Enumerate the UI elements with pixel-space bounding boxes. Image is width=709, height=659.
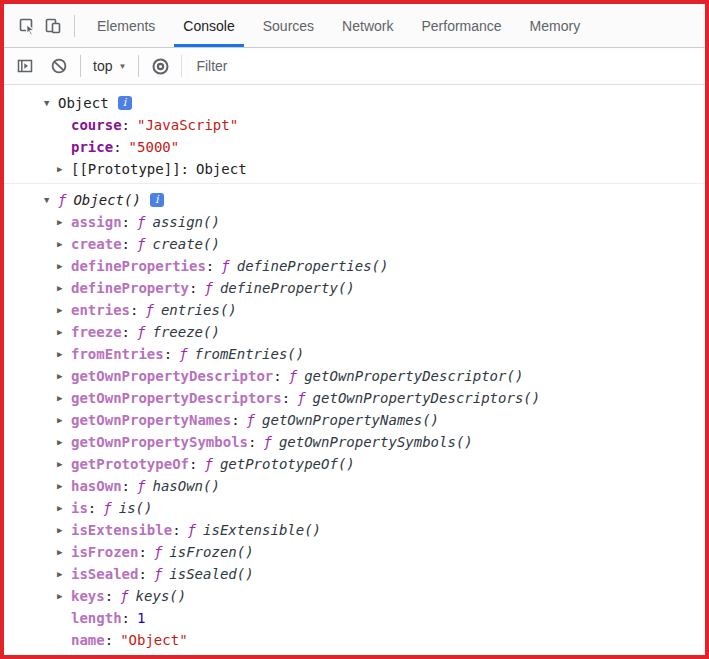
expand-expander-icon[interactable]: ▶ xyxy=(57,299,71,321)
property-row: ▶create:ƒcreate() xyxy=(44,233,705,255)
property-row: ▶freeze:ƒfreeze() xyxy=(44,321,705,343)
device-toolbar-icon[interactable] xyxy=(40,13,66,39)
function-symbol: ƒ xyxy=(263,434,271,450)
console-message: ▼Objecticourse:"JavaScript"price:"5000"▶… xyxy=(4,85,705,183)
tab-performance[interactable]: Performance xyxy=(407,4,515,47)
clear-console-icon[interactable] xyxy=(46,53,72,79)
colon-separator: : xyxy=(282,390,290,406)
property-row: ▶getOwnPropertyDescriptors:ƒgetOwnProper… xyxy=(44,387,705,409)
filter-input[interactable] xyxy=(190,53,705,79)
property-row: ▶hasOwn:ƒhasOwn() xyxy=(44,475,705,497)
collapse-expander-icon[interactable]: ▼ xyxy=(44,92,58,114)
colon-separator: : xyxy=(122,236,130,252)
function-symbol: ƒ xyxy=(289,368,297,384)
collapse-expander-icon[interactable]: ▼ xyxy=(44,189,58,211)
property-name: course xyxy=(71,117,122,133)
property-row: ▶getPrototypeOf:ƒgetPrototypeOf() xyxy=(44,453,705,475)
property-value: defineProperty() xyxy=(220,280,355,296)
expand-expander-icon[interactable]: ▶ xyxy=(57,541,71,563)
property-row: ▶entries:ƒentries() xyxy=(44,299,705,321)
expand-expander-icon[interactable]: ▶ xyxy=(57,585,71,607)
function-symbol: ƒ xyxy=(221,258,229,274)
property-value: fromEntries() xyxy=(195,346,305,362)
function-symbol: ƒ xyxy=(204,280,212,296)
property-name: create xyxy=(71,236,122,252)
property-value: "5000" xyxy=(129,139,180,155)
property-value: 1 xyxy=(137,610,145,626)
property-name: entries xyxy=(71,302,130,318)
function-symbol: ƒ xyxy=(297,390,305,406)
tab-network[interactable]: Network xyxy=(328,4,407,47)
property-row: ▶getOwnPropertyNames:ƒgetOwnPropertyName… xyxy=(44,409,705,431)
property-row: price:"5000" xyxy=(44,136,705,158)
function-symbol: ƒ xyxy=(137,324,145,340)
property-value: getOwnPropertySymbols() xyxy=(279,434,473,450)
colon-separator: : xyxy=(138,544,146,560)
property-value: "Object" xyxy=(120,632,187,648)
tab-elements[interactable]: Elements xyxy=(83,4,169,47)
expand-expander-icon[interactable]: ▶ xyxy=(57,321,71,343)
property-row: ▶assign:ƒassign() xyxy=(44,211,705,233)
context-selector[interactable]: top ▼ xyxy=(93,58,126,74)
property-row: ▶defineProperties:ƒdefineProperties() xyxy=(44,255,705,277)
property-name: getOwnPropertyDescriptor xyxy=(71,368,273,384)
property-name: getOwnPropertySymbols xyxy=(71,434,248,450)
property-name: defineProperty xyxy=(71,280,189,296)
object-title: Object() xyxy=(73,192,140,208)
eye-icon[interactable] xyxy=(147,53,173,79)
inspect-element-icon[interactable] xyxy=(14,13,40,39)
property-value: "JavaScript" xyxy=(137,117,238,133)
toolbar-divider xyxy=(80,55,81,77)
function-symbol: ƒ xyxy=(103,500,111,516)
expand-expander-icon[interactable]: ▶ xyxy=(57,277,71,299)
colon-separator: : xyxy=(164,346,172,362)
property-row: ▶keys:ƒkeys() xyxy=(44,585,705,607)
expand-expander-icon[interactable]: ▶ xyxy=(57,343,71,365)
console-message: ▼ƒObject()i▶assign:ƒassign()▶create:ƒcre… xyxy=(4,183,705,654)
property-value: getOwnPropertyDescriptor() xyxy=(304,368,523,384)
property-value: create() xyxy=(152,236,219,252)
expand-expander-icon[interactable]: ▶ xyxy=(57,497,71,519)
property-name: getPrototypeOf xyxy=(71,456,189,472)
expand-expander-icon[interactable]: ▶ xyxy=(57,453,71,475)
property-row: course:"JavaScript" xyxy=(44,114,705,136)
expand-expander-icon[interactable]: ▶ xyxy=(57,409,71,431)
property-value: isSealed() xyxy=(169,566,253,582)
function-symbol: ƒ xyxy=(137,478,145,494)
colon-separator: : xyxy=(248,434,256,450)
property-name: [[Prototype]] xyxy=(71,161,181,177)
function-symbol: ƒ xyxy=(247,412,255,428)
toolbar-divider xyxy=(181,55,182,77)
info-icon: i xyxy=(150,193,164,207)
function-symbol: ƒ xyxy=(58,192,66,208)
colon-separator: : xyxy=(122,478,130,494)
expand-expander-icon[interactable]: ▶ xyxy=(57,255,71,277)
console-sidebar-icon[interactable] xyxy=(12,53,38,79)
property-row: ▶isSealed:ƒisSealed() xyxy=(44,563,705,585)
colon-separator: : xyxy=(189,456,197,472)
expand-expander-icon[interactable]: ▶ xyxy=(57,233,71,255)
function-symbol: ƒ xyxy=(179,346,187,362)
expand-expander-icon[interactable]: ▶ xyxy=(57,519,71,541)
property-row: length:1 xyxy=(44,607,705,629)
property-name: isExtensible xyxy=(71,522,172,538)
tab-memory[interactable]: Memory xyxy=(516,4,595,47)
expand-expander-icon[interactable]: ▶ xyxy=(57,365,71,387)
property-name: is xyxy=(71,500,88,516)
property-value: getOwnPropertyNames() xyxy=(262,412,439,428)
colon-separator: : xyxy=(231,412,239,428)
expand-expander-icon[interactable]: ▶ xyxy=(57,387,71,409)
expand-expander-icon[interactable]: ▶ xyxy=(57,211,71,233)
property-name: getOwnPropertyDescriptors xyxy=(71,390,282,406)
expand-expander-icon[interactable]: ▶ xyxy=(57,475,71,497)
expand-expander-icon[interactable]: ▶ xyxy=(57,563,71,585)
tab-console[interactable]: Console xyxy=(169,4,248,47)
colon-separator: : xyxy=(130,302,138,318)
expand-expander-icon[interactable]: ▶ xyxy=(57,158,71,180)
property-row: ▶fromEntries:ƒfromEntries() xyxy=(44,343,705,365)
property-name: fromEntries xyxy=(71,346,164,362)
function-symbol: ƒ xyxy=(204,456,212,472)
colon-separator: : xyxy=(181,161,189,177)
tab-sources[interactable]: Sources xyxy=(249,4,328,47)
expand-expander-icon[interactable]: ▶ xyxy=(57,431,71,453)
